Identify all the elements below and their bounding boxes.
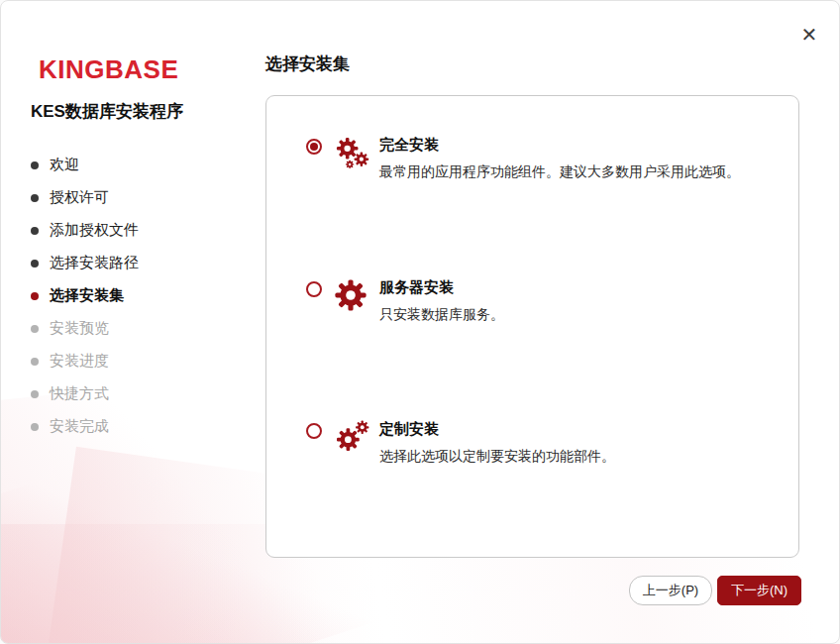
option-description: 只安装数据库服务。	[379, 306, 504, 324]
step-label: 授权许可	[50, 188, 109, 207]
bullet-icon	[31, 194, 39, 202]
option-description: 选择此选项以定制要安装的功能部件。	[379, 448, 615, 466]
step-label: 添加授权文件	[50, 221, 139, 240]
step-install-set: 选择安装集	[31, 279, 254, 312]
step-progress: 安装进度	[31, 345, 254, 377]
bullet-icon	[31, 260, 39, 268]
step-label: 安装进度	[50, 352, 109, 371]
installer-window: ✕ KINGBASE KES数据库安装程序 欢迎 授权许可 添加授权文件 选择安…	[0, 0, 840, 644]
step-label: 欢迎	[50, 156, 79, 174]
kingbase-logo: KINGBASE	[31, 54, 254, 85]
app-title: KES数据库安装程序	[31, 100, 254, 123]
step-welcome: 欢迎	[31, 149, 254, 181]
step-license: 授权许可	[31, 181, 254, 214]
sidebar: KINGBASE KES数据库安装程序 欢迎 授权许可 添加授权文件 选择安装路…	[31, 54, 254, 443]
step-finish: 安装完成	[31, 410, 254, 443]
bullet-icon	[31, 227, 39, 235]
bullet-icon	[31, 325, 39, 333]
step-shortcut: 快捷方式	[31, 377, 254, 410]
radio-full-install[interactable]	[306, 139, 322, 155]
option-title: 定制安装	[379, 420, 615, 438]
step-license-file: 添加授权文件	[31, 214, 254, 247]
step-label: 选择安装集	[50, 286, 124, 305]
close-icon[interactable]: ✕	[797, 23, 821, 47]
bullet-icon	[31, 423, 39, 431]
gears-cluster-icon	[334, 136, 377, 171]
step-preview: 安装预览	[31, 312, 254, 345]
option-server-install[interactable]: 服务器安装 只安装数据库服务。	[306, 278, 781, 324]
step-install-path: 选择安装路径	[31, 247, 254, 279]
step-label: 安装完成	[50, 417, 109, 436]
bullet-icon	[31, 161, 39, 169]
option-title: 服务器安装	[379, 278, 504, 296]
option-description: 最常用的应用程序功能组件。建议大多数用户采用此选项。	[379, 163, 740, 181]
gear-icon	[334, 278, 377, 312]
install-set-panel: 完全安装 最常用的应用程序功能组件。建议大多数用户采用此选项。 服务器安装 只安…	[265, 95, 799, 558]
option-full-install[interactable]: 完全安装 最常用的应用程序功能组件。建议大多数用户采用此选项。	[306, 136, 781, 181]
bullet-icon	[31, 390, 39, 398]
bullet-icon	[31, 292, 39, 300]
bullet-icon	[31, 358, 39, 366]
step-label: 选择安装路径	[50, 254, 139, 272]
gear-custom-icon	[334, 420, 377, 454]
next-button[interactable]: 下一步(N)	[717, 576, 801, 605]
install-steps-list: 欢迎 授权许可 添加授权文件 选择安装路径 选择安装集 安装预览	[31, 149, 254, 443]
step-label: 安装预览	[50, 319, 109, 338]
radio-server-install[interactable]	[306, 281, 322, 297]
radio-custom-install[interactable]	[306, 423, 322, 439]
page-title: 选择安装集	[265, 53, 350, 75]
option-title: 完全安装	[379, 136, 740, 154]
step-label: 快捷方式	[50, 384, 109, 403]
previous-button[interactable]: 上一步(P)	[629, 576, 712, 605]
option-custom-install[interactable]: 定制安装 选择此选项以定制要安装的功能部件。	[306, 420, 781, 466]
